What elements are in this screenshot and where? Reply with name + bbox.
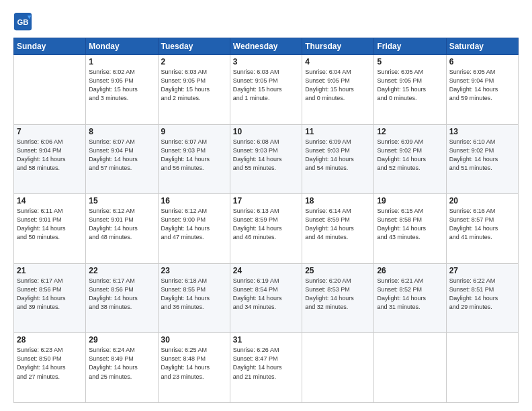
day-info: Sunrise: 6:03 AM Sunset: 9:05 PM Dayligh… [233,68,299,103]
day-number: 8 [89,127,154,136]
day-info: Sunrise: 6:17 AM Sunset: 8:56 PM Dayligh… [89,277,154,312]
day-number: 15 [89,196,154,205]
day-info: Sunrise: 6:20 AM Sunset: 8:53 PM Dayligh… [305,277,371,312]
week-row-5: 28Sunrise: 6:23 AM Sunset: 8:50 PM Dayli… [14,333,519,403]
day-number: 30 [161,335,227,345]
day-info: Sunrise: 6:25 AM Sunset: 8:48 PM Dayligh… [161,346,227,381]
day-number: 10 [233,127,299,136]
day-number: 6 [449,57,515,66]
week-row-3: 14Sunrise: 6:11 AM Sunset: 9:01 PM Dayli… [14,194,519,264]
day-info: Sunrise: 6:03 AM Sunset: 9:05 PM Dayligh… [161,68,227,103]
day-info: Sunrise: 6:12 AM Sunset: 9:01 PM Dayligh… [89,207,154,242]
day-info: Sunrise: 6:06 AM Sunset: 9:04 PM Dayligh… [17,138,83,173]
day-number: 1 [89,57,154,66]
weekday-header-monday: Monday [86,38,158,55]
day-cell-31: 31Sunrise: 6:26 AM Sunset: 8:47 PM Dayli… [230,333,302,403]
day-info: Sunrise: 6:10 AM Sunset: 9:02 PM Dayligh… [449,138,515,173]
day-cell-8: 8Sunrise: 6:07 AM Sunset: 9:04 PM Daylig… [86,124,158,194]
day-cell-28: 28Sunrise: 6:23 AM Sunset: 8:50 PM Dayli… [14,333,86,403]
day-cell-30: 30Sunrise: 6:25 AM Sunset: 8:48 PM Dayli… [158,333,230,403]
day-cell-11: 11Sunrise: 6:09 AM Sunset: 9:03 PM Dayli… [302,124,374,194]
day-cell-21: 21Sunrise: 6:17 AM Sunset: 8:56 PM Dayli… [14,263,86,333]
day-number: 19 [377,196,443,205]
day-info: Sunrise: 6:18 AM Sunset: 8:55 PM Dayligh… [161,277,227,312]
day-cell-25: 25Sunrise: 6:20 AM Sunset: 8:53 PM Dayli… [302,263,374,333]
day-info: Sunrise: 6:05 AM Sunset: 9:05 PM Dayligh… [377,68,443,103]
day-info: Sunrise: 6:02 AM Sunset: 9:05 PM Dayligh… [89,68,154,103]
day-number: 12 [377,127,443,136]
day-cell-24: 24Sunrise: 6:19 AM Sunset: 8:54 PM Dayli… [230,263,302,333]
day-info: Sunrise: 6:26 AM Sunset: 8:47 PM Dayligh… [233,346,299,381]
day-number: 17 [233,196,299,205]
day-cell-26: 26Sunrise: 6:21 AM Sunset: 8:52 PM Dayli… [374,263,446,333]
day-number: 14 [17,196,83,205]
day-info: Sunrise: 6:16 AM Sunset: 8:57 PM Dayligh… [449,207,515,242]
day-cell-23: 23Sunrise: 6:18 AM Sunset: 8:55 PM Dayli… [158,263,230,333]
day-cell-10: 10Sunrise: 6:08 AM Sunset: 9:03 PM Dayli… [230,124,302,194]
day-cell-15: 15Sunrise: 6:12 AM Sunset: 9:01 PM Dayli… [86,194,158,264]
day-number: 16 [161,196,227,205]
weekday-header-sunday: Sunday [14,38,86,55]
day-info: Sunrise: 6:09 AM Sunset: 9:03 PM Dayligh… [305,138,371,173]
day-number: 26 [377,266,443,275]
logo-icon: GB [13,12,32,31]
weekday-header-saturday: Saturday [446,38,518,55]
empty-cell [446,333,518,403]
day-cell-2: 2Sunrise: 6:03 AM Sunset: 9:05 PM Daylig… [158,55,230,125]
day-cell-19: 19Sunrise: 6:15 AM Sunset: 8:58 PM Dayli… [374,194,446,264]
day-cell-20: 20Sunrise: 6:16 AM Sunset: 8:57 PM Dayli… [446,194,518,264]
day-cell-4: 4Sunrise: 6:04 AM Sunset: 9:05 PM Daylig… [302,55,374,125]
day-info: Sunrise: 6:19 AM Sunset: 8:54 PM Dayligh… [233,277,299,312]
day-cell-7: 7Sunrise: 6:06 AM Sunset: 9:04 PM Daylig… [14,124,86,194]
svg-text:GB: GB [17,18,28,26]
day-info: Sunrise: 6:08 AM Sunset: 9:03 PM Dayligh… [233,138,299,173]
day-number: 9 [161,127,227,136]
day-number: 29 [89,335,154,345]
page: GB SundayMondayTuesdayWednesdayThursdayF… [0,0,532,411]
day-cell-3: 3Sunrise: 6:03 AM Sunset: 9:05 PM Daylig… [230,55,302,125]
day-info: Sunrise: 6:04 AM Sunset: 9:05 PM Dayligh… [305,68,371,103]
day-cell-14: 14Sunrise: 6:11 AM Sunset: 9:01 PM Dayli… [14,194,86,264]
day-cell-13: 13Sunrise: 6:10 AM Sunset: 9:02 PM Dayli… [446,124,518,194]
day-number: 31 [233,335,299,345]
empty-cell [374,333,446,403]
day-cell-6: 6Sunrise: 6:05 AM Sunset: 9:04 PM Daylig… [446,55,518,125]
day-number: 4 [305,57,371,66]
day-info: Sunrise: 6:13 AM Sunset: 8:59 PM Dayligh… [233,207,299,242]
day-info: Sunrise: 6:09 AM Sunset: 9:02 PM Dayligh… [377,138,443,173]
day-cell-5: 5Sunrise: 6:05 AM Sunset: 9:05 PM Daylig… [374,55,446,125]
day-number: 27 [449,266,515,275]
weekday-header-row: SundayMondayTuesdayWednesdayThursdayFrid… [14,38,519,55]
day-info: Sunrise: 6:22 AM Sunset: 8:51 PM Dayligh… [449,277,515,312]
calendar-table: SundayMondayTuesdayWednesdayThursdayFrid… [13,38,519,403]
day-cell-27: 27Sunrise: 6:22 AM Sunset: 8:51 PM Dayli… [446,263,518,333]
day-info: Sunrise: 6:21 AM Sunset: 8:52 PM Dayligh… [377,277,443,312]
day-number: 3 [233,57,299,66]
weekday-header-wednesday: Wednesday [230,38,302,55]
weekday-header-thursday: Thursday [302,38,374,55]
day-info: Sunrise: 6:05 AM Sunset: 9:04 PM Dayligh… [449,68,515,103]
day-number: 20 [449,196,515,205]
day-cell-18: 18Sunrise: 6:14 AM Sunset: 8:59 PM Dayli… [302,194,374,264]
day-number: 25 [305,266,371,275]
empty-cell [302,333,374,403]
weekday-header-tuesday: Tuesday [158,38,230,55]
day-cell-29: 29Sunrise: 6:24 AM Sunset: 8:49 PM Dayli… [86,333,158,403]
day-number: 2 [161,57,227,66]
day-info: Sunrise: 6:12 AM Sunset: 9:00 PM Dayligh… [161,207,227,242]
day-number: 22 [89,266,154,275]
day-number: 5 [377,57,443,66]
day-number: 28 [17,335,83,345]
day-cell-22: 22Sunrise: 6:17 AM Sunset: 8:56 PM Dayli… [86,263,158,333]
week-row-4: 21Sunrise: 6:17 AM Sunset: 8:56 PM Dayli… [14,263,519,333]
empty-cell [14,55,86,125]
day-cell-1: 1Sunrise: 6:02 AM Sunset: 9:05 PM Daylig… [86,55,158,125]
header: GB [13,12,519,31]
logo: GB [13,12,35,31]
day-info: Sunrise: 6:14 AM Sunset: 8:59 PM Dayligh… [305,207,371,242]
day-info: Sunrise: 6:17 AM Sunset: 8:56 PM Dayligh… [17,277,83,312]
week-row-2: 7Sunrise: 6:06 AM Sunset: 9:04 PM Daylig… [14,124,519,194]
day-info: Sunrise: 6:15 AM Sunset: 8:58 PM Dayligh… [377,207,443,242]
day-number: 24 [233,266,299,275]
day-number: 13 [449,127,515,136]
